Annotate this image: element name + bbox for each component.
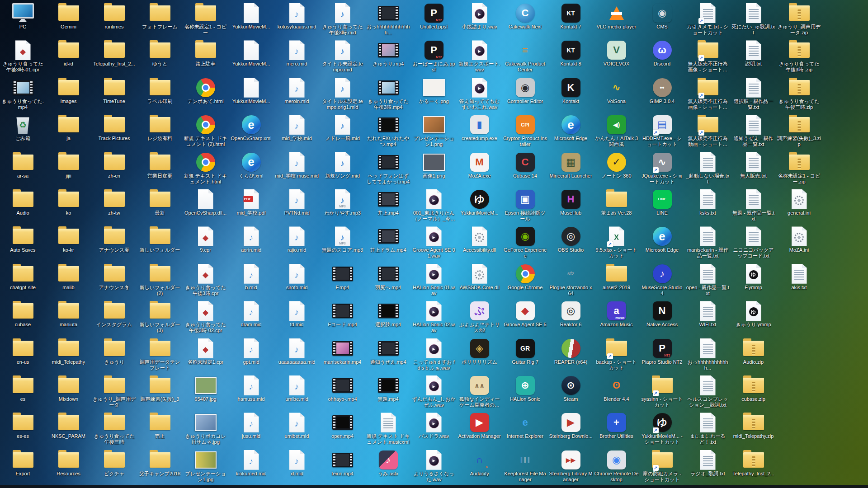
desktop-icon[interactable]: 最新 (137, 188, 183, 224)
desktop-icon[interactable]: TimeTune (91, 76, 137, 113)
desktop-icon[interactable]: ▣Epson 接続診断ツール (502, 188, 548, 224)
desktop-icon[interactable]: 選択肢.mp4 (365, 300, 411, 336)
desktop-icon[interactable]: ∩≈Audacity (457, 449, 502, 485)
desktop-icon[interactable]: ko-kr (46, 225, 91, 261)
desktop-icon[interactable]: WIFI.txt (685, 300, 731, 336)
desktop-icon[interactable]: ⊕HALion Sonic (502, 374, 548, 410)
desktop-icon[interactable]: PNT2Piapro Studio NT2 (639, 337, 685, 373)
desktop-icon[interactable]: CPICrypton Product Installer (502, 113, 548, 150)
desktop-icon[interactable]: OpenCvSharp.dll... (183, 188, 228, 224)
desktop-icon[interactable]: ◀)かんたん！AITalk 3 関西風 (594, 113, 639, 150)
desktop-icon[interactable]: ko (46, 188, 91, 224)
desktop-icon[interactable]: airset2-2019 (594, 263, 639, 299)
desktop-icon[interactable]: teion.mp4 (320, 449, 365, 485)
desktop-icon[interactable]: X↗9.5.xlsx - ショートカット (594, 225, 639, 261)
desktop-icon[interactable]: ♪uaaaaaaaaa.mid (274, 337, 320, 373)
desktop-icon[interactable]: Google Chrome (502, 263, 548, 299)
desktop-icon[interactable]: ♪aorin.mid (228, 225, 274, 261)
desktop-icon[interactable]: きゅうり_調声用データ (91, 374, 137, 410)
desktop-icon[interactable]: ohhayo-.mp4 (320, 374, 365, 410)
desktop-icon[interactable]: ▦Minecraft Launcher (548, 151, 594, 187)
desktop-icon[interactable]: id-id (46, 39, 91, 75)
desktop-icon[interactable]: ▶Groove Agent SE 01.wav (411, 225, 457, 261)
desktop-icon[interactable]: akis.txt (776, 263, 822, 299)
desktop-icon[interactable]: ✓ノートン 360 (594, 151, 639, 187)
desktop-icon[interactable]: eOpenCvSharp.xml (228, 113, 274, 150)
desktop-icon[interactable]: ♪meroin.mid (274, 76, 320, 113)
desktop-icon[interactable]: ▶Activation Manager (457, 411, 502, 447)
desktop-icon[interactable]: きゅうり食ってた.mp4 (0, 76, 46, 113)
desktop-icon[interactable]: きゅうり食ってた午後3時 .zip (776, 39, 822, 75)
desktop-icon[interactable]: ωDiscord (639, 39, 685, 75)
desktop-icon[interactable]: eくらび.xml (228, 151, 274, 187)
desktop-icon[interactable]: 65407.jpg (183, 374, 228, 410)
desktop-icon[interactable]: ∧∧孤独なインディーゲーム開発者の一生 ... (457, 374, 502, 410)
desktop-icon[interactable]: ♪kotusytuaaus.mid (274, 2, 320, 38)
desktop-icon[interactable]: ◉CMS (639, 2, 685, 38)
desktop-icon[interactable]: アナウンス冬 (91, 263, 137, 299)
desktop-icon[interactable]: ゆF.ymmp (731, 263, 776, 299)
desktop-icon[interactable]: ↗家の防犯カメラ - ショートカット (639, 449, 685, 485)
desktop-icon[interactable]: CCubase 14 (502, 151, 548, 187)
desktop-icon[interactable]: ♪gpt.mid (228, 337, 274, 373)
desktop-icon[interactable]: 父子キャンプ2018 (137, 449, 183, 485)
desktop-icon[interactable]: ▶HALion Sonic 01.wav (411, 263, 457, 299)
desktop-icon[interactable]: manisekarin - 親作品一覧.txt (685, 225, 731, 261)
desktop-icon[interactable]: cubase.zip (731, 374, 776, 410)
desktop-icon[interactable]: ♪sirofo.mid (274, 263, 320, 299)
desktop-icon[interactable]: Images (46, 76, 91, 113)
desktop-icon[interactable]: きゅうりボカコレ用サムネ.jpg (183, 411, 228, 447)
desktop-icon[interactable]: PNT2Untitled.ppsf (411, 2, 457, 38)
desktop-icon[interactable]: VLC media player (594, 2, 639, 38)
desktop-icon[interactable]: PC (0, 2, 46, 38)
desktop-icon[interactable]: Resources (46, 449, 91, 485)
desktop-icon[interactable]: 選択肢 - 親作品一覧.txt (731, 76, 776, 113)
desktop-icon[interactable]: eMicrosoft Edge (548, 113, 594, 150)
desktop-icon[interactable]: Accessibility.dll (457, 225, 502, 261)
desktop-icon[interactable]: general.ini (776, 188, 822, 224)
desktop-icon[interactable]: Audio (0, 188, 46, 224)
desktop-icon[interactable]: ▶よりうるさくなった.wav (411, 449, 457, 485)
desktop-icon[interactable]: Gemini (46, 2, 91, 38)
desktop-icon[interactable]: Telepathy_Inst_2... (731, 449, 776, 485)
desktop-icon[interactable]: ◉GeForce Experience (502, 225, 548, 261)
desktop-icon[interactable]: きゅうり食ってた午後三時 (91, 411, 137, 447)
desktop-icon[interactable]: プレゼンテーション1.jpg (183, 449, 228, 485)
desktop-icon[interactable]: ≡Cakewalk Product Center (502, 39, 548, 75)
desktop-icon[interactable]: ▶こってゅh d すお f d s b ふぁ.wav (411, 337, 457, 373)
desktop-icon[interactable]: 名称未設定1 - コピー (183, 2, 228, 38)
desktop-icon[interactable]: ◆9.cpr (183, 225, 228, 261)
desktop-icon[interactable]: ◉Controller Editor (502, 76, 548, 113)
desktop-icon[interactable]: ♪新規ソング.mid (320, 151, 365, 187)
desktop-icon[interactable]: ♪umibet.mid (274, 411, 320, 447)
desktop-icon[interactable]: midi_Telepathy.zip (731, 411, 776, 447)
desktop-icon[interactable]: MMoZA.exe (457, 151, 502, 187)
desktop-icon[interactable]: 筆まめ Ver.28 (594, 188, 639, 224)
desktop-icon[interactable]: Fコード.mp4 (320, 300, 365, 336)
desktop-icon[interactable]: 無題 - 親作品一覧.txt (731, 188, 776, 224)
desktop-icon[interactable]: Audio.zip (731, 337, 776, 373)
desktop-icon[interactable]: YukkuriMovieM... (228, 76, 274, 113)
desktop-icon[interactable]: ↗無人販売不正行為 画像 - ショートカッ... (685, 39, 731, 75)
desktop-icon[interactable]: 路上駐車 (183, 39, 228, 75)
desktop-icon[interactable]: zh-cn (91, 151, 137, 187)
desktop-icon[interactable]: Track Pictures (91, 113, 137, 150)
desktop-icon[interactable]: ♪MP3わかりやす.mp3 (320, 188, 365, 224)
desktop-icon[interactable]: ▶バスドラ.wav (411, 411, 457, 447)
desktop-icon[interactable]: PNT2おーばーまにあ.ppsf (411, 39, 457, 75)
desktop-icon[interactable]: ↗万引きメモ.txt - ショートカット (685, 2, 731, 38)
desktop-icon[interactable]: おっhhhhhhhhhhhh... (685, 337, 731, 373)
desktop-icon[interactable]: CCakewalk Next (502, 2, 548, 38)
desktop-icon[interactable]: ♪PVTNd.mid (274, 188, 320, 224)
desktop-icon[interactable]: ♪タイトル未設定.tempo.orig1.mid (320, 76, 365, 113)
desktop-icon[interactable]: ▮createdump.exe (457, 113, 502, 150)
desktop-icon[interactable]: KTKontakt 8 (548, 39, 594, 75)
desktop-icon[interactable]: 羽尻へ.mp4 (365, 263, 411, 299)
desktop-icon[interactable]: Mixdown (46, 374, 91, 410)
desktop-icon[interactable]: 通知うぜえ.mp4 (365, 337, 411, 373)
desktop-icon[interactable]: ◆名称未設定1.cpr (183, 337, 228, 373)
desktop-icon[interactable]: open - 親作品一覧.txt (685, 263, 731, 299)
desktop-icon[interactable]: ♪うみ.ustx (365, 449, 411, 485)
desktop-icon[interactable]: ゆきゅうり.ymmp (731, 300, 776, 336)
desktop-icon[interactable]: ♪きゅうり食ってた午後3時.mid (320, 2, 365, 38)
